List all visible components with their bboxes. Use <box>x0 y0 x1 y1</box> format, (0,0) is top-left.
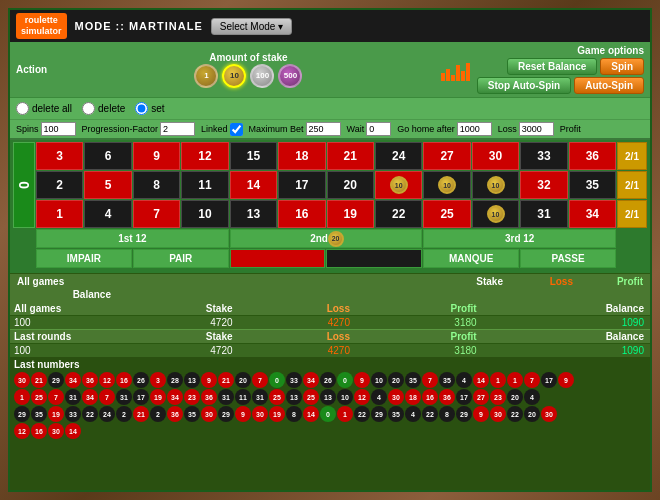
pair-bet[interactable]: PAIR <box>133 249 229 268</box>
progression-input[interactable] <box>160 122 195 136</box>
num-10[interactable]: 10 <box>181 200 228 228</box>
max-bet-input[interactable] <box>306 122 341 136</box>
last-number-badge: 24 <box>99 406 115 422</box>
num-33[interactable]: 33 <box>520 142 567 170</box>
last-number-badge: 7 <box>252 372 268 388</box>
coin-500[interactable]: 500 <box>278 64 302 88</box>
num-25[interactable]: 25 <box>423 200 470 228</box>
all-games-value: 100 <box>10 316 110 330</box>
dozen-1st[interactable]: 1st 12 <box>36 229 229 248</box>
go-home-input[interactable] <box>457 122 492 136</box>
select-mode-button[interactable]: Select Mode ▾ <box>211 18 293 35</box>
num-18[interactable]: 18 <box>278 142 325 170</box>
stop-auto-spin-button[interactable]: Stop Auto-Spin <box>477 77 571 94</box>
last-number-badge: 20 <box>507 389 523 405</box>
num-6[interactable]: 6 <box>84 142 131 170</box>
num-4[interactable]: 4 <box>84 200 131 228</box>
num-21[interactable]: 21 <box>327 142 374 170</box>
wait-input[interactable] <box>366 122 391 136</box>
impair-bet[interactable]: IMPAIR <box>36 249 132 268</box>
num-19[interactable]: 19 <box>327 200 374 228</box>
last-number-badge: 9 <box>354 372 370 388</box>
last-profit-value: 3180 <box>356 344 483 358</box>
num-23[interactable]: 23 10 <box>375 171 422 199</box>
linked-param: Linked <box>201 123 243 136</box>
num-27[interactable]: 27 <box>423 142 470 170</box>
last-number-badge: 8 <box>439 406 455 422</box>
last-stake-value: 4720 <box>110 344 239 358</box>
last-number-badge: 30 <box>388 389 404 405</box>
num-7[interactable]: 7 <box>133 200 180 228</box>
last-number-badge: 22 <box>507 406 523 422</box>
num-16[interactable]: 16 <box>278 200 325 228</box>
last-rounds-label-cell: Last rounds <box>10 330 110 344</box>
last-number-badge: 36 <box>439 389 455 405</box>
last-number-badge: 12 <box>99 372 115 388</box>
last-number-badge: 1 <box>14 389 30 405</box>
dozen-3rd[interactable]: 3rd 12 <box>423 229 616 248</box>
last-number-badge: 31 <box>65 389 81 405</box>
dozen-2nd[interactable]: 2nd 20 12 <box>230 229 423 248</box>
last-number-badge: 13 <box>286 389 302 405</box>
set-radio[interactable]: set <box>135 102 164 115</box>
coin-1[interactable]: 1 <box>194 64 218 88</box>
num-15[interactable]: 15 <box>230 142 277 170</box>
side-2-1-mid[interactable]: 2/1 <box>617 171 647 199</box>
num-28[interactable]: 28 10 <box>472 200 519 228</box>
last-number-badge: 21 <box>218 372 234 388</box>
coin-100[interactable]: 100 <box>250 64 274 88</box>
num-26[interactable]: 26 10 <box>423 171 470 199</box>
last-number-badge: 34 <box>82 389 98 405</box>
num-12[interactable]: 12 <box>181 142 228 170</box>
red-bet[interactable] <box>230 249 326 268</box>
num-1[interactable]: 1 <box>36 200 83 228</box>
num-32[interactable]: 32 <box>520 171 567 199</box>
loss-input[interactable] <box>519 122 554 136</box>
coin-10[interactable]: 10 <box>222 64 246 88</box>
num-29[interactable]: 29 10 <box>472 171 519 199</box>
num-3[interactable]: 3 <box>36 142 83 170</box>
last-balance-value: 1090 <box>483 344 650 358</box>
num-36[interactable]: 36 <box>569 142 616 170</box>
num-13[interactable]: 13 <box>230 200 277 228</box>
balance-header2: Balance <box>483 330 650 344</box>
last-number-badge: 23 <box>490 389 506 405</box>
last-number-badge: 35 <box>31 406 47 422</box>
spin-button[interactable]: Spin <box>600 58 644 75</box>
num-24[interactable]: 24 <box>375 142 422 170</box>
num-22[interactable]: 22 <box>375 200 422 228</box>
last-number-badge: 34 <box>167 389 183 405</box>
action-section-label: Action <box>16 64 56 75</box>
last-number-badge: 9 <box>235 406 251 422</box>
num-17[interactable]: 17 <box>278 171 325 199</box>
auto-spin-button[interactable]: Auto-Spin <box>574 77 644 94</box>
side-2-1-bot[interactable]: 2/1 <box>617 200 647 228</box>
linked-checkbox[interactable] <box>230 123 243 136</box>
reset-balance-button[interactable]: Reset Balance <box>507 58 597 75</box>
delete-radio[interactable]: delete <box>82 102 125 115</box>
last-number-badge: 26 <box>320 372 336 388</box>
go-home-param: Go home after <box>397 122 492 136</box>
num-9[interactable]: 9 <box>133 142 180 170</box>
number-zero[interactable]: 0 <box>13 142 35 228</box>
manque-bet[interactable]: MANQUE <box>423 249 519 268</box>
side-2-1-top[interactable]: 2/1 <box>617 142 647 170</box>
stake-header2: Stake <box>110 330 239 344</box>
num-34[interactable]: 34 <box>569 200 616 228</box>
last-rounds-value: 100 <box>10 344 110 358</box>
last-number-badge: 33 <box>286 372 302 388</box>
num-30[interactable]: 30 <box>472 142 519 170</box>
num-31[interactable]: 31 <box>520 200 567 228</box>
black-bet[interactable] <box>326 249 422 268</box>
num-20[interactable]: 20 <box>327 171 374 199</box>
num-2[interactable]: 2 <box>36 171 83 199</box>
num-8[interactable]: 8 <box>133 171 180 199</box>
passe-bet[interactable]: PASSE <box>520 249 616 268</box>
delete-all-radio[interactable]: delete all <box>16 102 72 115</box>
last-number-badge: 35 <box>405 372 421 388</box>
num-5[interactable]: 5 <box>84 171 131 199</box>
num-14[interactable]: 14 <box>230 171 277 199</box>
num-35[interactable]: 35 <box>569 171 616 199</box>
spins-input[interactable] <box>41 122 76 136</box>
num-11[interactable]: 11 <box>181 171 228 199</box>
